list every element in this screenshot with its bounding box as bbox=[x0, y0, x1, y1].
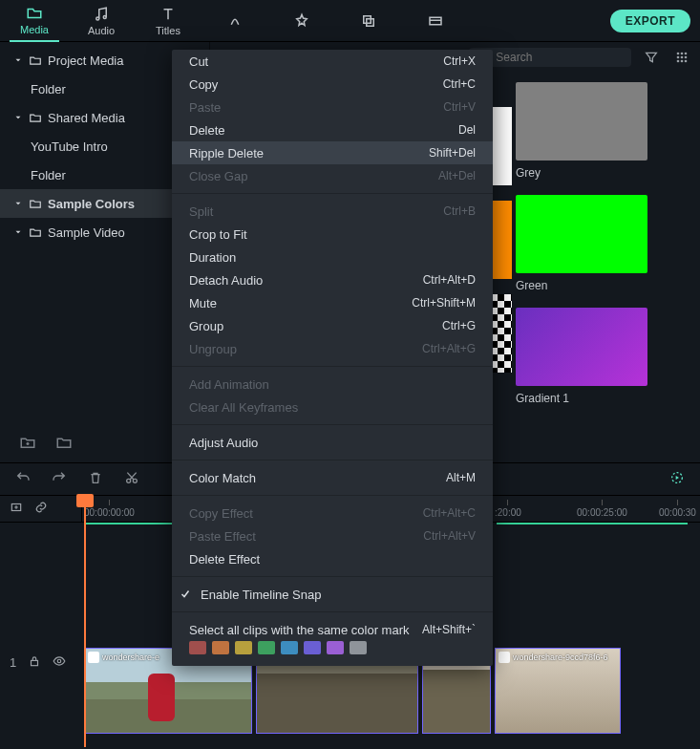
tab-audio[interactable]: Audio bbox=[76, 0, 126, 42]
folder-icon bbox=[29, 197, 42, 210]
ctx-item: Clear All Keyframes bbox=[172, 396, 493, 418]
ctx-item[interactable]: Detach AudioCtrl+Alt+D bbox=[172, 268, 493, 291]
ctx-item[interactable]: Adjust Audio bbox=[172, 431, 493, 454]
tab-more-2[interactable] bbox=[277, 0, 327, 42]
filter-icon[interactable] bbox=[641, 47, 662, 68]
ctx-snap-toggle[interactable]: Enable Timeline Snap bbox=[172, 583, 493, 606]
redo-icon[interactable] bbox=[52, 470, 67, 488]
search-input[interactable] bbox=[496, 51, 622, 64]
ctx-item[interactable]: Ripple DeleteShift+Del bbox=[172, 141, 493, 164]
svg-point-10 bbox=[681, 56, 684, 59]
swatch-item[interactable]: Grey bbox=[516, 82, 700, 180]
color-mark[interactable] bbox=[189, 641, 206, 654]
tab-more-1[interactable] bbox=[210, 0, 260, 42]
svg-point-13 bbox=[681, 60, 684, 63]
swatch-item[interactable]: Gradient 1 bbox=[516, 308, 700, 405]
grid-icon[interactable] bbox=[671, 47, 692, 68]
playhead-line bbox=[84, 494, 86, 747]
ctx-item: UngroupCtrl+Alt+G bbox=[172, 337, 493, 360]
ctx-item[interactable]: GroupCtrl+G bbox=[172, 314, 493, 337]
svg-point-20 bbox=[57, 659, 61, 663]
svg-point-14 bbox=[685, 60, 688, 63]
swatch-item[interactable]: Green bbox=[516, 195, 700, 292]
ctx-item[interactable]: DeleteDel bbox=[172, 118, 493, 141]
ctx-item: PasteCtrl+V bbox=[172, 96, 493, 118]
tab-more-4[interactable] bbox=[411, 0, 460, 42]
ctx-colormark[interactable]: Select all clips with the same color mar… bbox=[172, 618, 493, 641]
ctx-item[interactable]: Delete Effect bbox=[172, 547, 493, 570]
playhead[interactable] bbox=[76, 494, 94, 507]
play-icon bbox=[498, 652, 510, 663]
svg-point-7 bbox=[681, 53, 684, 55]
chevron-down-icon bbox=[13, 113, 23, 122]
ctx-item: Paste EffectCtrl+Alt+V bbox=[172, 524, 493, 547]
svg-rect-19 bbox=[32, 660, 38, 665]
chevron-down-icon bbox=[13, 199, 23, 208]
folder-icon bbox=[29, 111, 42, 124]
color-mark[interactable] bbox=[350, 641, 367, 654]
color-mark[interactable] bbox=[212, 641, 229, 654]
folder-icon bbox=[29, 54, 42, 67]
top-nav: Media Audio Titles EXPORT bbox=[0, 0, 700, 42]
lock-icon[interactable] bbox=[28, 654, 41, 671]
color-mark[interactable] bbox=[327, 641, 344, 654]
ctx-item: SplitCtrl+B bbox=[172, 200, 493, 223]
ctx-item[interactable]: Crop to Fit bbox=[172, 223, 493, 246]
chevron-down-icon bbox=[13, 55, 23, 65]
svg-point-12 bbox=[677, 60, 680, 63]
ruler-tick: 00:00:25:00 bbox=[577, 500, 627, 518]
svg-point-6 bbox=[677, 53, 680, 55]
ctx-item: Copy EffectCtrl+Alt+C bbox=[172, 502, 493, 524]
ctx-item[interactable]: CopyCtrl+C bbox=[172, 73, 493, 96]
svg-point-8 bbox=[685, 53, 688, 55]
ctx-item[interactable]: Duration bbox=[172, 246, 493, 268]
cut-icon[interactable] bbox=[124, 470, 139, 488]
color-mark[interactable] bbox=[258, 641, 275, 654]
tab-titles[interactable]: Titles bbox=[143, 0, 193, 42]
context-menu: CutCtrl+XCopyCtrl+CPasteCtrl+VDeleteDelR… bbox=[172, 50, 493, 666]
track-number: 1 bbox=[10, 655, 16, 670]
ctx-item[interactable]: Color MatchAlt+M bbox=[172, 466, 493, 489]
undo-icon[interactable] bbox=[15, 470, 31, 488]
ctx-item: Add Animation bbox=[172, 373, 493, 396]
color-mark[interactable] bbox=[281, 641, 298, 654]
tab-more-3[interactable] bbox=[344, 0, 393, 42]
new-folder-plus-icon[interactable] bbox=[17, 432, 38, 453]
svg-point-11 bbox=[685, 56, 688, 59]
ctx-item[interactable]: MuteCtrl+Shift+M bbox=[172, 291, 493, 314]
ruler-tick: :20:00 bbox=[495, 500, 521, 518]
add-track-icon[interactable] bbox=[10, 501, 23, 517]
timeline-clip[interactable]: wondershare-9ccd78f6-6 bbox=[495, 648, 621, 734]
export-button[interactable]: EXPORT bbox=[610, 10, 690, 32]
ctx-item: Close GapAlt+Del bbox=[172, 164, 493, 187]
color-mark[interactable] bbox=[235, 641, 252, 654]
svg-point-1 bbox=[103, 15, 106, 18]
ctx-item[interactable]: CutCtrl+X bbox=[172, 50, 493, 73]
visibility-icon[interactable] bbox=[53, 654, 66, 671]
ruler-tick: 00:00:30 bbox=[659, 500, 696, 518]
color-mark[interactable] bbox=[304, 641, 321, 654]
folder-icon bbox=[29, 225, 42, 239]
play-icon bbox=[88, 652, 99, 663]
svg-point-9 bbox=[677, 56, 680, 59]
tab-media[interactable]: Media bbox=[10, 0, 59, 42]
render-icon[interactable] bbox=[669, 470, 685, 488]
check-icon bbox=[180, 588, 191, 600]
link-icon[interactable] bbox=[34, 501, 48, 517]
new-folder-icon[interactable] bbox=[53, 432, 74, 453]
delete-icon[interactable] bbox=[88, 470, 103, 488]
chevron-down-icon bbox=[13, 227, 23, 237]
search-box[interactable] bbox=[469, 48, 631, 67]
svg-point-0 bbox=[96, 17, 99, 20]
